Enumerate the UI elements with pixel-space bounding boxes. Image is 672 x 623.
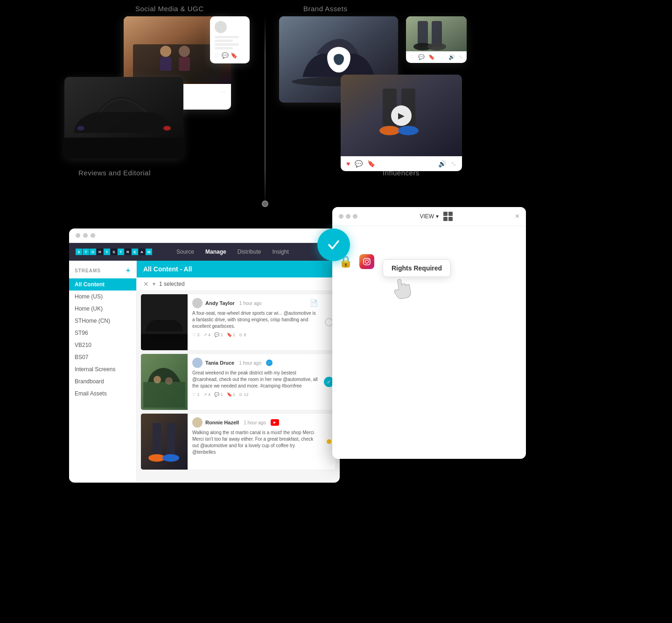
svg-rect-4	[160, 57, 171, 71]
post-card-1[interactable]: Andy Taylor 1 hour ago 📄 A four-seat, re…	[140, 294, 336, 351]
svg-point-28	[165, 377, 173, 385]
sidebar-header: STREAMS +	[69, 266, 136, 278]
chat-icon-footer: 💬	[355, 160, 363, 167]
sidebar-item-home-uk[interactable]: Home (UK)	[69, 303, 136, 315]
sa-line-3	[215, 43, 239, 46]
panel-dot-3	[353, 214, 357, 219]
logo-e: E	[132, 249, 138, 255]
sidebar-item-email-assets[interactable]: Email Assets	[69, 388, 136, 400]
app-logo: S T O R Y S T R E A M	[76, 249, 152, 255]
logo-s2: S	[111, 249, 117, 255]
sidebar-item-internal-screens[interactable]: Internal Screens	[69, 363, 136, 375]
svg-rect-29	[141, 414, 188, 470]
post-author-3: Ronnie Hazell 1 hour ago ▶	[192, 417, 318, 428]
svg-point-37	[324, 235, 343, 254]
nav-source[interactable]: Source	[171, 247, 200, 257]
sidebar-item-all-content[interactable]: All Content	[69, 278, 136, 291]
dropdown-button[interactable]: ▾	[153, 281, 155, 287]
brand-bookmark: 🔖	[428, 54, 435, 60]
expand-icon-footer: ⤡	[451, 160, 456, 167]
sa-avatar	[215, 21, 227, 33]
post-card-2[interactable]: Tania Druce 1 hour ago 🐦 Great weekend i…	[140, 353, 336, 410]
sidebar-item-bs07[interactable]: BS07	[69, 351, 136, 363]
author-time-2: 1 hour ago	[239, 360, 261, 366]
grid-cell-4	[448, 217, 453, 221]
sidebar: STREAMS + All Content Home (US) Home (UK…	[69, 261, 137, 482]
stat-view-2: ⊙ 12	[239, 392, 249, 397]
grid-cell-3	[443, 217, 448, 221]
panel-controls: VIEW ▾	[420, 212, 453, 221]
nav-insight[interactable]: Insight	[266, 247, 294, 257]
author-avatar-3	[192, 417, 203, 428]
svg-point-12	[427, 43, 446, 50]
content-header: All Content - All	[137, 261, 340, 277]
author-avatar-2	[192, 358, 203, 368]
post-image-3	[141, 414, 188, 470]
nav-manage[interactable]: Manage	[200, 247, 232, 257]
grid-cell-1	[443, 212, 448, 216]
sa-icons: ♡ 💬 🔖	[215, 52, 245, 59]
svg-rect-17	[64, 138, 183, 159]
author-avatar-1	[192, 298, 203, 308]
grid-view-icon[interactable]	[443, 212, 453, 221]
brand-side-footer: ♡ 💬 🔖 🔊 ⤡	[406, 51, 467, 63]
doc-icon-1: 📄	[310, 299, 318, 307]
svg-point-36	[369, 259, 370, 260]
sidebar-item-st96[interactable]: ST96	[69, 327, 136, 339]
label-brand-assets: Brand Assets	[303, 5, 347, 13]
logo-r: R	[97, 249, 103, 255]
svg-point-2	[160, 46, 171, 57]
bookmark-icon: 🔖	[231, 52, 238, 59]
svg-point-35	[365, 260, 369, 263]
stat-view-1: ⊙ 8	[239, 332, 246, 337]
success-checkmark	[317, 228, 350, 261]
influencer-card-footer: ♥ 💬 🔖 🔊 ⤡	[341, 156, 462, 171]
view-label: VIEW	[420, 213, 434, 220]
svg-point-21	[379, 126, 400, 135]
main-scene: Social Media & UGC Brand Assets Reviews …	[0, 0, 672, 623]
app-body: STREAMS + All Content Home (US) Home (UK…	[69, 261, 340, 482]
post-content-1: Andy Taylor 1 hour ago 📄 A four-seat, re…	[188, 294, 322, 350]
panel-close-button[interactable]: ×	[515, 212, 519, 221]
stat-bookmark-2: 🔖 1	[227, 392, 236, 397]
brand-expand: ⤡	[459, 54, 463, 60]
nav-distribute[interactable]: Distribute	[232, 247, 267, 257]
sidebar-item-home-us[interactable]: Home (US)	[69, 291, 136, 303]
post-stats-1: ♡ 2 ↗ 4 💬 1 🔖 1 ⊙ 8	[192, 332, 318, 337]
sidebar-item-vb210[interactable]: VB210	[69, 339, 136, 351]
svg-rect-1	[133, 44, 222, 82]
author-time-3: 1 hour ago	[244, 420, 266, 425]
stat-share-1: ↗ 4	[203, 332, 211, 337]
svg-rect-5	[179, 57, 190, 71]
streams-add-button[interactable]: +	[126, 266, 131, 275]
view-button[interactable]: VIEW ▾	[420, 213, 439, 220]
logo-m: M	[146, 249, 152, 255]
rights-required-tooltip: Rights Required	[383, 259, 451, 277]
post-footer-dots: ···	[221, 88, 225, 95]
svg-rect-9	[418, 21, 428, 47]
post-stats-2: ♡ 1 ↗ 4 💬 1 🔖 1 ⊙ 12	[192, 392, 318, 397]
youtube-icon-3: ▶	[271, 419, 279, 426]
brand-volume: 🔊	[448, 54, 455, 60]
sidebar-item-brandboard[interactable]: Brandboard	[69, 375, 136, 388]
deselect-button[interactable]: ✕	[143, 280, 149, 288]
post-card-3[interactable]: Ronnie Hazell 1 hour ago ▶ Walking along…	[140, 413, 336, 470]
logo-y: Y	[104, 249, 110, 255]
app-titlebar	[69, 228, 340, 243]
play-button[interactable]: ▶	[391, 105, 412, 126]
stat-share-2: ↗ 4	[203, 392, 211, 397]
brand-shield-inner	[334, 54, 344, 65]
post-text-2: Great weekend in the peak district with …	[192, 370, 318, 389]
post-image-1	[141, 294, 188, 350]
brand-side-img	[406, 16, 467, 51]
svg-point-16	[77, 126, 84, 131]
label-social-media: Social Media & UGC	[135, 5, 204, 13]
twitter-icon-2: 🐦	[266, 360, 273, 366]
brand-side-card: ♡ 💬 🔖 🔊 ⤡	[406, 16, 467, 63]
sidebar-item-sthome-cn[interactable]: STHome (CN)	[69, 315, 136, 327]
stat-bookmark-1: 🔖 1	[227, 332, 236, 337]
svg-rect-31	[167, 423, 175, 456]
svg-rect-30	[153, 423, 161, 456]
logo-s: S	[76, 249, 82, 255]
comment-icon: 💬	[222, 52, 229, 59]
